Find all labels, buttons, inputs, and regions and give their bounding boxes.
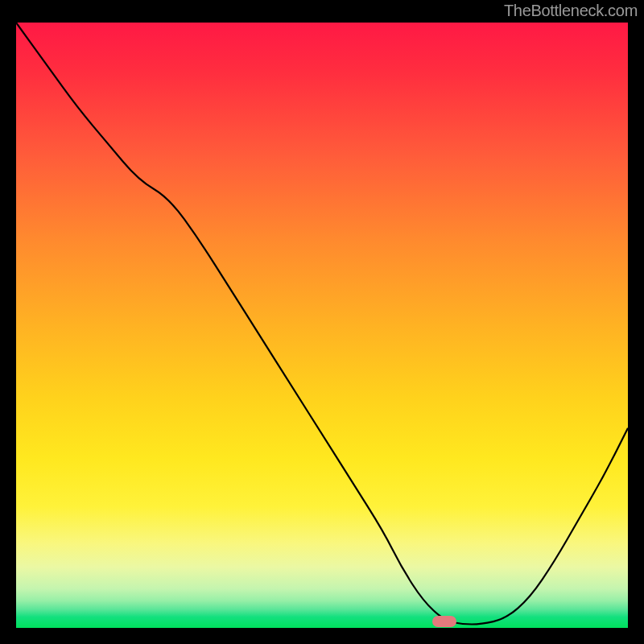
plot-area	[16, 23, 628, 628]
chart-frame: TheBottleneck.com	[0, 0, 644, 644]
watermark-text: TheBottleneck.com	[504, 2, 638, 20]
curve-path	[16, 23, 628, 624]
curve-layer	[16, 23, 628, 628]
optimum-marker	[432, 616, 456, 627]
